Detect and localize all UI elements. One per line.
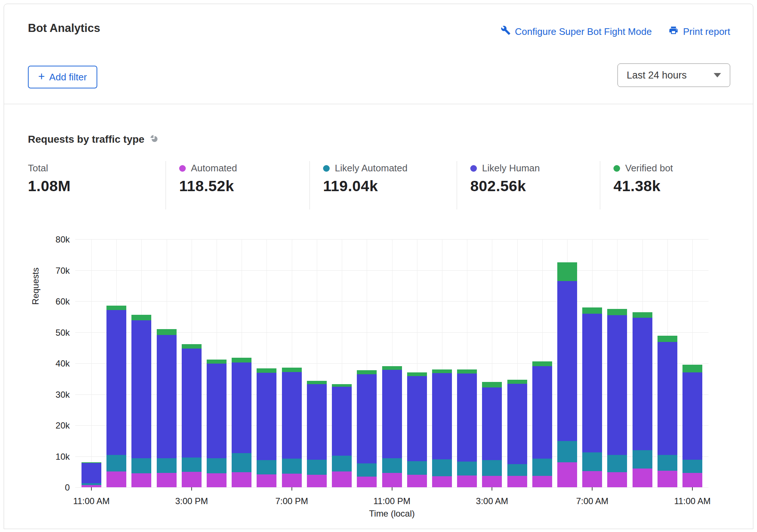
bar-segment-likely-human-18[interactable]	[532, 366, 552, 459]
bar-segment-automated-6[interactable]	[232, 472, 251, 487]
bar-segment-verified-bot-24[interactable]	[682, 365, 702, 372]
bar-segment-likely-automated-0[interactable]	[82, 483, 101, 485]
bar-segment-automated-24[interactable]	[682, 473, 702, 487]
bar-segment-likely-human-24[interactable]	[682, 372, 702, 459]
bar-segment-verified-bot-10[interactable]	[332, 384, 352, 387]
bar-segment-likely-automated-1[interactable]	[106, 455, 126, 471]
bar-segment-likely-human-8[interactable]	[282, 372, 302, 459]
bar-segment-likely-human-16[interactable]	[482, 387, 502, 460]
bar-segment-likely-human-17[interactable]	[507, 384, 527, 464]
bar-segment-automated-20[interactable]	[582, 471, 602, 487]
bar-segment-likely-human-22[interactable]	[633, 318, 652, 451]
bar-segment-likely-automated-15[interactable]	[457, 462, 477, 475]
bar-segment-likely-automated-7[interactable]	[257, 460, 276, 474]
bar-segment-automated-16[interactable]	[482, 476, 502, 487]
bar-segment-likely-automated-20[interactable]	[582, 452, 602, 471]
bar-segment-automated-11[interactable]	[357, 477, 377, 487]
bar-segment-likely-automated-21[interactable]	[607, 455, 627, 472]
bar-segment-likely-automated-4[interactable]	[182, 458, 202, 472]
bar-segment-verified-bot-14[interactable]	[432, 369, 452, 373]
bar-segment-likely-human-7[interactable]	[257, 373, 276, 460]
bar-segment-likely-human-9[interactable]	[307, 384, 327, 459]
bar-segment-likely-automated-2[interactable]	[131, 458, 151, 473]
bar-segment-verified-bot-16[interactable]	[482, 382, 502, 387]
bar-segment-likely-automated-13[interactable]	[407, 461, 427, 475]
bar-segment-verified-bot-3[interactable]	[157, 329, 177, 335]
bar-segment-likely-human-13[interactable]	[407, 376, 427, 461]
bar-segment-likely-automated-14[interactable]	[432, 459, 452, 476]
bar-segment-likely-human-10[interactable]	[332, 387, 352, 456]
bar-segment-likely-human-3[interactable]	[157, 335, 177, 458]
bar-segment-verified-bot-18[interactable]	[532, 361, 552, 366]
bar-segment-verified-bot-19[interactable]	[557, 262, 577, 281]
bar-segment-automated-8[interactable]	[282, 474, 302, 487]
bar-segment-verified-bot-13[interactable]	[407, 372, 427, 376]
bar-segment-verified-bot-6[interactable]	[232, 358, 251, 363]
bar-segment-likely-automated-12[interactable]	[382, 458, 402, 473]
bar-segment-automated-18[interactable]	[532, 476, 552, 487]
bar-segment-automated-21[interactable]	[607, 472, 627, 487]
bar-segment-likely-automated-6[interactable]	[232, 453, 251, 472]
bar-segment-automated-2[interactable]	[131, 473, 151, 487]
bar-segment-likely-human-23[interactable]	[658, 342, 677, 455]
bar-segment-automated-9[interactable]	[307, 475, 327, 487]
bar-segment-automated-0[interactable]	[82, 485, 101, 487]
bar-segment-verified-bot-4[interactable]	[182, 344, 202, 349]
bar-segment-verified-bot-11[interactable]	[357, 370, 377, 374]
bar-segment-automated-7[interactable]	[257, 474, 276, 487]
bar-segment-likely-automated-8[interactable]	[282, 459, 302, 474]
bar-segment-likely-automated-10[interactable]	[332, 456, 352, 471]
bar-segment-likely-human-21[interactable]	[607, 315, 627, 455]
bar-segment-verified-bot-17[interactable]	[507, 380, 527, 384]
bar-segment-automated-14[interactable]	[432, 476, 452, 487]
bar-segment-likely-automated-9[interactable]	[307, 460, 327, 475]
bar-segment-likely-human-4[interactable]	[182, 349, 202, 458]
bar-segment-likely-automated-3[interactable]	[157, 458, 177, 473]
bar-segment-automated-4[interactable]	[182, 472, 202, 487]
bar-segment-automated-23[interactable]	[658, 471, 677, 487]
bar-segment-likely-human-15[interactable]	[457, 374, 477, 462]
bar-segment-automated-13[interactable]	[407, 475, 427, 487]
bar-segment-likely-automated-16[interactable]	[482, 460, 502, 475]
bar-segment-likely-human-2[interactable]	[131, 320, 151, 458]
bar-segment-likely-human-12[interactable]	[382, 370, 402, 459]
bar-segment-automated-10[interactable]	[332, 471, 352, 487]
bar-segment-likely-automated-23[interactable]	[658, 455, 677, 471]
bar-segment-automated-3[interactable]	[157, 473, 177, 487]
bar-segment-automated-1[interactable]	[106, 471, 126, 487]
bar-segment-likely-human-1[interactable]	[106, 310, 126, 455]
bar-segment-likely-human-11[interactable]	[357, 374, 377, 463]
bar-segment-automated-22[interactable]	[633, 469, 652, 487]
bar-segment-likely-automated-22[interactable]	[633, 450, 652, 469]
bar-segment-likely-human-6[interactable]	[232, 362, 251, 453]
bar-segment-automated-17[interactable]	[507, 476, 527, 487]
bar-segment-verified-bot-5[interactable]	[207, 360, 227, 364]
time-range-dropdown[interactable]: Last 24 hours	[617, 63, 730, 87]
bar-segment-automated-19[interactable]	[557, 462, 577, 487]
bar-segment-verified-bot-22[interactable]	[633, 312, 652, 318]
bar-segment-verified-bot-0[interactable]	[82, 462, 101, 463]
bar-segment-verified-bot-12[interactable]	[382, 366, 402, 369]
bar-segment-likely-automated-17[interactable]	[507, 464, 527, 476]
bar-segment-verified-bot-15[interactable]	[457, 369, 477, 374]
bar-segment-likely-automated-11[interactable]	[357, 463, 377, 477]
bar-segment-automated-12[interactable]	[382, 473, 402, 487]
bar-segment-verified-bot-21[interactable]	[607, 309, 627, 315]
bar-segment-likely-human-19[interactable]	[557, 281, 577, 441]
bar-segment-likely-automated-18[interactable]	[532, 459, 552, 475]
bar-segment-verified-bot-20[interactable]	[582, 307, 602, 314]
bar-segment-verified-bot-8[interactable]	[282, 368, 302, 372]
bar-segment-likely-human-14[interactable]	[432, 373, 452, 459]
bar-segment-likely-automated-5[interactable]	[207, 458, 227, 473]
configure-super-bot-fight-mode-link[interactable]: Configure Super Bot Fight Mode	[501, 25, 652, 38]
print-report-link[interactable]: Print report	[669, 25, 730, 38]
bar-segment-likely-human-0[interactable]	[82, 463, 101, 483]
bar-segment-likely-automated-24[interactable]	[682, 460, 702, 473]
bar-segment-likely-human-5[interactable]	[207, 364, 227, 458]
bar-segment-verified-bot-2[interactable]	[131, 315, 151, 320]
bar-segment-automated-15[interactable]	[457, 475, 477, 487]
bar-segment-likely-human-20[interactable]	[582, 314, 602, 453]
add-filter-button[interactable]: + Add filter	[28, 66, 97, 88]
bar-segment-verified-bot-23[interactable]	[658, 336, 677, 342]
bar-segment-verified-bot-9[interactable]	[307, 381, 327, 384]
